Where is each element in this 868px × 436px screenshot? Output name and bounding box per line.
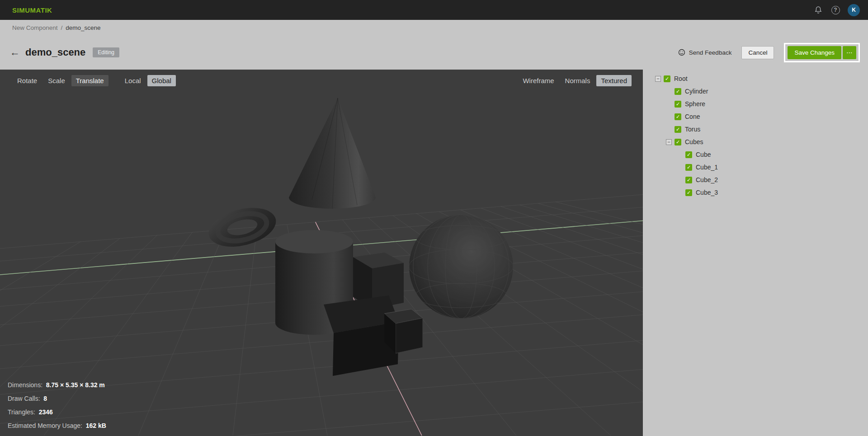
breadcrumb: New Component / demo_scene: [0, 20, 868, 35]
tree-item-cylinder[interactable]: ✓ Cylinder: [643, 85, 868, 98]
stat-memory: Estimated Memory Usage: 162 kB: [8, 419, 106, 432]
breadcrumb-separator: /: [61, 24, 63, 31]
tree-checkbox[interactable]: ✓: [685, 177, 692, 183]
save-changes-button[interactable]: Save Changes: [788, 46, 841, 59]
back-arrow-icon: ←: [10, 47, 20, 58]
global-button[interactable]: Global: [147, 75, 176, 86]
tree-checkbox[interactable]: ✓: [675, 126, 681, 133]
feedback-smiley-icon: [678, 48, 686, 56]
tree-item-root[interactable]: − ✓ Root: [643, 72, 868, 85]
back-button[interactable]: ←: [10, 47, 25, 57]
tree-item-label: Cylinder: [685, 88, 708, 95]
simumatik-logo[interactable]: SIMUMATIK: [12, 6, 52, 14]
save-highlight-outline: Save Changes ⋯: [784, 43, 860, 62]
cone-object[interactable]: [289, 98, 376, 209]
cancel-button[interactable]: Cancel: [741, 46, 774, 59]
user-avatar[interactable]: K: [848, 4, 860, 16]
more-options-button[interactable]: ⋯: [843, 46, 856, 59]
page-header: ← demo_scene Editing Send Feedback Cance…: [0, 35, 868, 70]
notifications-button[interactable]: [813, 5, 823, 15]
scale-button[interactable]: Scale: [43, 75, 70, 86]
tree-item-sphere[interactable]: ✓ Sphere: [643, 98, 868, 110]
tree-checkbox[interactable]: ✓: [685, 151, 692, 158]
collapse-icon[interactable]: −: [666, 139, 672, 145]
space-tool-group: Local Global: [120, 75, 176, 86]
tree-checkbox[interactable]: ✓: [685, 189, 692, 196]
tree-item-cube[interactable]: ✓ Cube: [643, 148, 868, 161]
help-icon: ?: [831, 6, 840, 14]
tree-checkbox[interactable]: ✓: [675, 101, 681, 108]
normals-button[interactable]: Normals: [561, 75, 595, 86]
viewport-toolbar: Rotate Scale Translate Local Global Wire…: [0, 75, 643, 86]
tree-item-cubes[interactable]: − ✓ Cubes: [643, 136, 868, 148]
help-button[interactable]: ?: [830, 5, 840, 15]
torus-object[interactable]: [205, 202, 280, 253]
transform-tool-group: Rotate Scale Translate: [13, 75, 108, 86]
local-button[interactable]: Local: [120, 75, 146, 86]
sphere-object[interactable]: [409, 215, 513, 319]
3d-viewport[interactable]: Rotate Scale Translate Local Global Wire…: [0, 70, 643, 436]
tree-item-label: Cube_1: [696, 164, 718, 171]
scene-tree-panel: − ✓ Root ✓ Cylinder ✓ Sphere ✓ Cone ✓ To…: [643, 70, 868, 436]
ellipsis-icon: ⋯: [846, 49, 853, 56]
tree-item-label: Root: [674, 75, 688, 82]
collapse-icon[interactable]: −: [655, 76, 661, 82]
breadcrumb-parent[interactable]: New Component: [12, 24, 58, 31]
tree-checkbox[interactable]: ✓: [675, 88, 681, 95]
bell-icon: [814, 5, 823, 14]
tree-item-label: Sphere: [685, 100, 705, 108]
tree-item-torus[interactable]: ✓ Torus: [643, 123, 868, 136]
tree-checkbox[interactable]: ✓: [664, 75, 670, 82]
tree-item-cube-2[interactable]: ✓ Cube_2: [643, 173, 868, 186]
send-feedback-label: Send Feedback: [689, 49, 732, 56]
tree-item-label: Torus: [685, 126, 700, 133]
tree-item-label: Cubes: [685, 138, 703, 145]
tree-item-label: Cube_2: [696, 176, 718, 183]
page-title: demo_scene: [25, 47, 85, 58]
wireframe-button[interactable]: Wireframe: [518, 75, 558, 86]
stat-triangles: Triangles: 2346: [8, 405, 106, 419]
tree-item-cube-1[interactable]: ✓ Cube_1: [643, 161, 868, 173]
render-mode-group: Wireframe Normals Textured: [518, 75, 632, 86]
cubes-group-object[interactable]: [324, 295, 423, 376]
tree-item-cone[interactable]: ✓ Cone: [643, 110, 868, 123]
tree-item-cube-3[interactable]: ✓ Cube_3: [643, 186, 868, 199]
top-bar: SIMUMATIK ? K: [0, 0, 868, 20]
tree-item-label: Cube: [696, 151, 711, 158]
stat-draw-calls: Draw Calls: 8: [8, 392, 106, 405]
tree-item-label: Cone: [685, 113, 700, 120]
tree-checkbox[interactable]: ✓: [675, 139, 681, 145]
tree-checkbox[interactable]: ✓: [685, 164, 692, 171]
tree-item-label: Cube_3: [696, 189, 718, 196]
translate-button[interactable]: Translate: [71, 75, 108, 86]
textured-button[interactable]: Textured: [596, 75, 632, 86]
viewport-stats: Dimensions: 8.75 × 5.35 × 8.32 m Draw Ca…: [8, 378, 106, 432]
send-feedback-button[interactable]: Send Feedback: [678, 48, 732, 56]
tree-checkbox[interactable]: ✓: [675, 113, 681, 120]
breadcrumb-current: demo_scene: [66, 24, 100, 31]
editing-badge: Editing: [93, 47, 119, 57]
stat-dimensions: Dimensions: 8.75 × 5.35 × 8.32 m: [8, 378, 106, 392]
rotate-button[interactable]: Rotate: [13, 75, 42, 86]
